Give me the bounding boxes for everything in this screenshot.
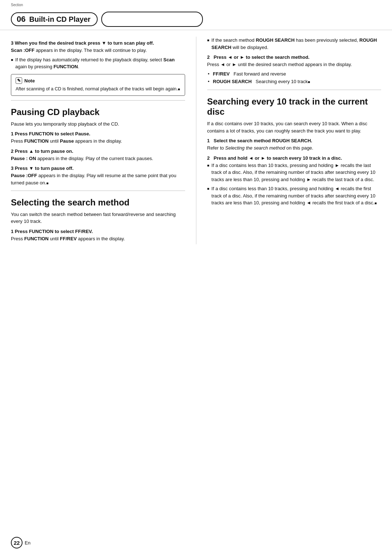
pausing-step3-body: Pause :OFF appears in the display. Play … <box>11 172 185 186</box>
sq-icon: ■ <box>11 57 13 62</box>
right-step2-heading: 2 Press ◄ or ► to select the search meth… <box>207 54 381 60</box>
searching-intro: If a disc contains over 10 tracks, you c… <box>207 120 381 134</box>
page-number-circle: 22 <box>11 537 23 548</box>
divider-search <box>11 191 185 191</box>
note-body: After scanning of a CD is finished, norm… <box>16 86 180 93</box>
col-right: ■ If the search method ROUGH SEARCH has … <box>207 37 381 244</box>
search-method-section: Selecting the search method You can swit… <box>11 197 185 242</box>
pausing-heading: Pausing CD playback <box>11 107 185 118</box>
top-section-right: ■ If the search method ROUGH SEARCH has … <box>207 37 381 85</box>
page: Section 06 Built-in CD Player 3 When you… <box>0 0 392 555</box>
divider-pausing <box>11 100 185 101</box>
pausing-section: Pausing CD playback Pause lets you tempo… <box>11 107 185 186</box>
bullet-rough: ROUGH SEARCH Searching every 10 track■ <box>207 78 381 85</box>
pausing-step1-body: Press FUNCTION until Pause appears in th… <box>11 138 185 145</box>
top-section-left: 3 When you find the desired track press … <box>11 40 185 96</box>
sq-icon-r1: ■ <box>207 37 209 43</box>
header-right-box <box>101 12 203 27</box>
pausing-step2-body: Pause : ON appears in the display. Play … <box>11 155 185 162</box>
column-divider <box>196 37 196 244</box>
search-step1-heading: 1 Press FUNCTION to select FF/REV. <box>11 229 185 234</box>
searching-step1-body: Refer to Selecting the search method on … <box>207 144 381 152</box>
search-method-list: FF/REV Fast forward and reverse ROUGH SE… <box>207 70 381 85</box>
section-badge: 06 Built-in CD Player <box>11 12 98 26</box>
searching-step1-heading: 1 Select the search method ROUGH SEARCH. <box>207 138 381 143</box>
searching-section: Searching every 10 track in the current … <box>207 97 381 207</box>
sq-icon-s2: ■ <box>207 186 209 191</box>
header: 06 Built-in CD Player <box>0 0 392 30</box>
bullet-ffrev: FF/REV Fast forward and reverse <box>207 70 381 78</box>
section-label: Section <box>11 3 23 7</box>
pausing-step2-heading: 2 Press ▲ to turn pause on. <box>11 148 185 154</box>
right-step2-body: Press ◄ or ► until the desired search me… <box>207 61 381 68</box>
search-method-heading: Selecting the search method <box>11 197 185 208</box>
searching-bullet2: ■ If a disc contains less than 10 tracks… <box>207 185 381 207</box>
page-lang: En <box>25 540 30 546</box>
main-content: 3 When you find the desired track press … <box>0 30 392 252</box>
note-icon: ✎ <box>16 77 22 84</box>
section-title: Built-in CD Player <box>29 15 90 24</box>
step3-scan-heading: 3 When you find the desired track press … <box>11 40 185 46</box>
divider-searching <box>207 90 381 90</box>
note-box: ✎ Note After scanning of a CD is finishe… <box>11 74 185 96</box>
right-bullet1: ■ If the search method ROUGH SEARCH has … <box>207 37 381 51</box>
search-method-intro: You can switch the search method between… <box>11 211 185 225</box>
searching-heading: Searching every 10 track in the current … <box>207 97 381 118</box>
search-step1-body: Press FUNCTION until FF/REV appears in t… <box>11 235 185 242</box>
step3-scan-bullet1: ■ If the display has automatically retur… <box>11 56 185 70</box>
step3-scan-body: Scan :OFF appears in the display. The tr… <box>11 47 185 54</box>
pausing-step1-heading: 1 Press FUNCTION to select Pause. <box>11 131 185 136</box>
note-title: ✎ Note <box>16 77 180 85</box>
searching-step2-heading: 2 Press and hold ◄ or ► to search every … <box>207 155 381 161</box>
sq-icon-s1: ■ <box>207 163 209 168</box>
searching-bullet1: ■ If a disc contains less than 10 tracks… <box>207 162 381 183</box>
pausing-intro: Pause lets you temporarily stop playback… <box>11 121 185 128</box>
pausing-step3-heading: 3 Press ▼ to turn pause off. <box>11 166 185 171</box>
section-number: 06 <box>17 15 25 24</box>
col-left: 3 When you find the desired track press … <box>11 37 185 244</box>
page-number-area: 22 En <box>11 537 30 548</box>
